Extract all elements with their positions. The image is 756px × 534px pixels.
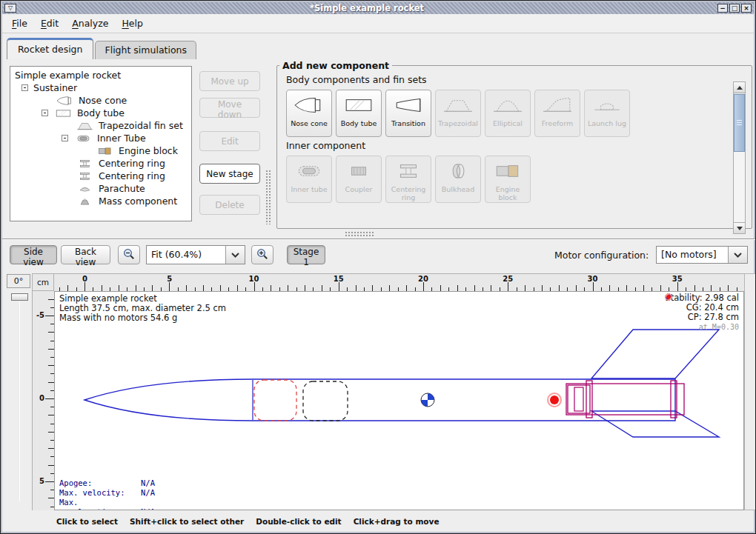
ruler-tick — [186, 285, 187, 291]
ruler-tick — [288, 285, 288, 291]
close-icon[interactable]: × — [741, 4, 752, 13]
ruler-tick — [102, 285, 102, 291]
nose-cone-icon — [55, 96, 75, 106]
stage-1-button[interactable]: Stage 1 — [287, 245, 325, 264]
transition-icon — [393, 96, 424, 118]
add-bulkhead-button[interactable]: Bulkhead — [435, 156, 481, 203]
centering-ring-fore[interactable] — [586, 381, 592, 418]
ruler-tick — [643, 285, 644, 291]
ruler-tick — [48, 415, 54, 415]
tree-item-body-tube[interactable]: Body tube — [10, 107, 191, 119]
scroll-down-icon[interactable] — [733, 222, 746, 234]
rotation-slider-track — [19, 301, 20, 501]
centering-ring-aft[interactable] — [671, 381, 677, 418]
zoom-out-button[interactable] — [118, 245, 140, 264]
tree-item-mass-component[interactable]: Mass component — [10, 195, 191, 207]
ruler-tick — [576, 285, 577, 291]
centering-ring-icon — [393, 161, 424, 184]
minimize-icon[interactable]: − — [717, 4, 728, 13]
magnifier-minus-icon — [123, 252, 135, 262]
move-up-button[interactable]: Move up — [199, 71, 260, 91]
tree-item-label: Sustainer — [33, 82, 77, 93]
canvas-scrollbar-vertical[interactable] — [744, 273, 756, 510]
zoom-in-button[interactable] — [251, 245, 273, 264]
expander-minus-icon[interactable] — [42, 110, 48, 116]
tab-rocket-design[interactable]: Rocket design — [7, 38, 93, 59]
tree-item-label: Simple example rocket — [15, 70, 121, 81]
component-tree: Simple example rocketSustainerNose coneB… — [10, 66, 192, 221]
toolbar-separator — [2, 238, 755, 240]
tree-item-label: Centering ring — [99, 158, 165, 169]
tree-item-label: Inner Tube — [97, 133, 146, 144]
menu-help[interactable]: Help — [115, 15, 150, 32]
mass-component-outline[interactable] — [303, 381, 348, 421]
nose-cone-icon — [294, 96, 325, 118]
parachute-outline[interactable] — [254, 380, 296, 421]
tree-item-inner-tube[interactable]: Inner Tube — [10, 132, 191, 144]
add-elliptical-button[interactable]: Elliptical — [485, 90, 531, 137]
add-centering-ring-button[interactable]: Centering ring — [385, 156, 431, 203]
inner-tube-outline[interactable] — [566, 384, 684, 415]
mass-component-icon — [75, 196, 95, 207]
split-divider-vertical[interactable] — [265, 170, 271, 224]
tree-item-trapezoidal-fin-set[interactable]: Trapezoidal fin set — [10, 119, 191, 132]
delete-button[interactable]: Delete — [199, 195, 260, 215]
tree-item-centering-ring[interactable]: Centering ring — [10, 157, 191, 170]
ruler-tick — [48, 365, 54, 366]
zoom-select[interactable]: Fit (60.4%) — [146, 245, 245, 264]
component-button-label: Trapezoidal — [438, 120, 478, 128]
trapezoidal-fin-icon — [442, 96, 474, 118]
menu-edit[interactable]: Edit — [34, 15, 65, 32]
ruler-tick — [305, 285, 305, 291]
component-button-label: Body tube — [341, 120, 377, 128]
tree-item-simple-example-rocket[interactable]: Simple example rocket — [10, 69, 191, 81]
tree-item-engine-block[interactable]: Engine block — [10, 144, 191, 157]
tree-item-parachute[interactable]: Parachute — [10, 182, 191, 195]
chevron-down-icon[interactable] — [728, 247, 747, 263]
move-down-button[interactable]: Move down — [199, 98, 260, 118]
zoom-select-value: Fit (60.4%) — [147, 246, 225, 264]
menu-file[interactable]: File — [5, 15, 34, 32]
trapezoidal-fin-icon — [75, 121, 95, 131]
expander-minus-icon[interactable] — [21, 84, 28, 91]
panel-scrollbar[interactable] — [733, 81, 746, 234]
body-tube-icon — [343, 96, 374, 118]
expander-minus-icon[interactable] — [62, 135, 68, 141]
freeform-fin-icon — [542, 96, 573, 118]
motor-configuration-label: Motor configuration: — [554, 250, 649, 261]
tab-flight-simulations[interactable]: Flight simulations — [95, 41, 196, 59]
titlebar[interactable]: ▽ *Simple example rocket − □ × — [2, 2, 754, 14]
scroll-up-icon[interactable] — [733, 81, 746, 93]
add-trapezoidal-button[interactable]: Trapezoidal — [435, 90, 481, 137]
maximize-icon[interactable]: □ — [729, 4, 740, 13]
parachute-icon — [75, 184, 95, 194]
rotation-slider[interactable] — [7, 291, 33, 509]
chevron-down-icon[interactable] — [225, 246, 245, 264]
ruler-label: 35 — [672, 275, 683, 283]
menu-analyze[interactable]: Analyze — [65, 15, 115, 32]
add-transition-button[interactable]: Transition — [385, 90, 431, 137]
add-coupler-button[interactable]: Coupler — [336, 156, 382, 203]
rotation-slider-thumb[interactable] — [11, 293, 28, 301]
add-freeform-button[interactable]: Freeform — [534, 90, 580, 137]
add-inner-tube-button[interactable]: Inner tube — [286, 156, 332, 203]
rocket-canvas[interactable]: Simple example rocketLength 37.5 cm, max… — [54, 291, 744, 510]
add-nose-cone-button[interactable]: Nose cone — [286, 90, 332, 137]
ruler-label: -5 — [34, 311, 44, 319]
scrollbar-thumb[interactable] — [734, 94, 745, 152]
new-stage-button[interactable]: New stage — [199, 164, 260, 184]
side-view-button[interactable]: Side view — [10, 245, 57, 264]
tree-item-sustainer[interactable]: Sustainer — [10, 81, 191, 94]
edit-button[interactable]: Edit — [199, 131, 260, 151]
tree-item-centering-ring[interactable]: Centering ring — [10, 170, 191, 182]
window-menu-icon[interactable]: ▽ — [4, 4, 16, 13]
split-divider-horizontal[interactable] — [345, 231, 374, 237]
motor-configuration-select[interactable]: [No motors] — [656, 246, 748, 264]
ruler-tick — [474, 285, 475, 291]
add-launch-lug-button[interactable]: Launch lug — [584, 90, 630, 137]
add-engine-block-button[interactable]: Engine block — [485, 156, 531, 203]
back-view-button[interactable]: Back view — [61, 245, 110, 264]
tree-item-nose-cone[interactable]: Nose cone — [10, 94, 191, 107]
add-body-tube-button[interactable]: Body tube — [336, 90, 382, 137]
fin-upper[interactable] — [591, 330, 719, 378]
